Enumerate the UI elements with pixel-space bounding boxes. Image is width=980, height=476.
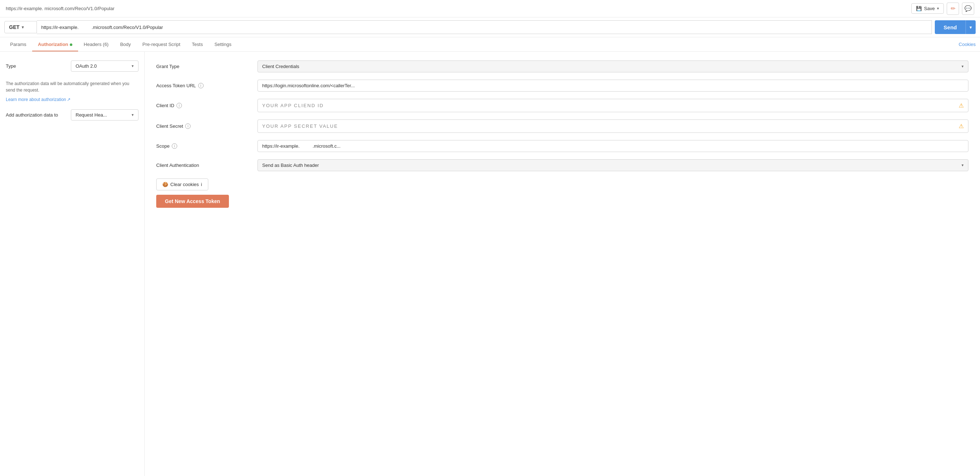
client-auth-row: Client Authentication Send as Basic Auth… <box>156 159 969 171</box>
tabs-bar: Params Authorization Headers (6) Body Pr… <box>0 37 980 52</box>
auth-info-text: The authorization data will be automatic… <box>6 80 138 93</box>
add-auth-chevron-icon: ▾ <box>132 113 134 117</box>
client-secret-row: Client Secret i YOUR APP SECRET VALUE ⚠ <box>156 120 969 133</box>
access-token-url-row: Access Token URL i <box>156 80 969 91</box>
top-bar-url-text: https://ir-example. microsoft.com/Reco/V… <box>6 6 115 11</box>
method-chevron-icon: ▾ <box>22 25 24 30</box>
save-disk-icon: 💾 <box>916 6 922 11</box>
clear-cookies-label: Clear cookies <box>170 182 199 187</box>
send-main-button[interactable]: Send <box>935 20 966 34</box>
action-buttons: 🍪 Clear cookies i <box>156 179 969 190</box>
url-bar: GET ▾ Send ▾ <box>0 18 980 37</box>
right-panel: Grant Type Client Credentials ▾ Access T… <box>145 52 980 476</box>
client-auth-label: Client Authentication <box>156 163 258 168</box>
client-auth-chevron-icon: ▾ <box>962 163 964 168</box>
clear-cookies-icon: 🍪 <box>162 182 168 187</box>
scope-input[interactable] <box>258 140 969 152</box>
top-bar-actions: 💾 Save ▾ ✏ 💬 <box>911 3 974 15</box>
tab-authorization[interactable]: Authorization <box>32 37 78 51</box>
client-id-label: Client ID i <box>156 103 258 108</box>
save-chevron-icon: ▾ <box>937 6 939 11</box>
access-token-url-info-icon[interactable]: i <box>198 83 204 88</box>
tab-params[interactable]: Params <box>4 37 32 51</box>
tab-prerequest[interactable]: Pre-request Script <box>137 37 186 51</box>
tab-settings[interactable]: Settings <box>208 37 237 51</box>
scope-info-icon[interactable]: i <box>172 143 177 149</box>
client-id-warning-icon: ⚠ <box>959 102 964 109</box>
grant-type-row: Grant Type Client Credentials ▾ <box>156 61 969 72</box>
comment-button[interactable]: 💬 <box>962 3 974 15</box>
top-bar: https://ir-example. microsoft.com/Reco/V… <box>0 0 980 18</box>
main-content: Type OAuth 2.0 ▾ The authorization data … <box>0 52 980 476</box>
send-button-group: Send ▾ <box>935 20 976 34</box>
type-chevron-icon: ▾ <box>132 64 134 69</box>
client-secret-control: YOUR APP SECRET VALUE ⚠ <box>258 120 969 133</box>
type-value: OAuth 2.0 <box>76 63 97 69</box>
tab-headers[interactable]: Headers (6) <box>78 37 115 51</box>
send-chevron-icon: ▾ <box>969 25 972 30</box>
method-select[interactable]: GET ▾ <box>4 21 37 33</box>
tab-authorization-label: Authorization <box>38 42 68 47</box>
client-id-field[interactable]: YOUR APP CLIEND ID ⚠ <box>258 99 969 112</box>
clear-cookies-button[interactable]: 🍪 Clear cookies i <box>156 179 208 190</box>
grant-type-control: Client Credentials ▾ <box>258 61 969 72</box>
method-label: GET <box>9 24 19 30</box>
client-id-info-icon[interactable]: i <box>177 103 182 108</box>
client-secret-label: Client Secret i <box>156 123 258 129</box>
top-bar-url: https://ir-example. microsoft.com/Reco/V… <box>6 6 911 11</box>
save-button[interactable]: 💾 Save ▾ <box>911 3 944 14</box>
grant-type-select[interactable]: Client Credentials ▾ <box>258 61 969 72</box>
tab-body[interactable]: Body <box>114 37 137 51</box>
get-new-access-token-button[interactable]: Get New Access Token <box>156 195 229 208</box>
grant-type-chevron-icon: ▾ <box>962 64 964 69</box>
url-input[interactable] <box>37 20 932 34</box>
cookies-link[interactable]: Cookies <box>959 42 976 47</box>
client-secret-warning-icon: ⚠ <box>959 123 964 129</box>
client-auth-control: Send as Basic Auth header ▾ <box>258 159 969 171</box>
comment-icon: 💬 <box>964 5 972 12</box>
client-secret-field[interactable]: YOUR APP SECRET VALUE ⚠ <box>258 120 969 133</box>
learn-more-arrow-icon: ↗ <box>67 97 70 102</box>
add-auth-value: Request Hea... <box>76 112 107 118</box>
client-auth-select[interactable]: Send as Basic Auth header ▾ <box>258 159 969 171</box>
edit-button[interactable]: ✏ <box>947 3 959 15</box>
get-token-container: Get New Access Token <box>156 195 969 208</box>
learn-more-link[interactable]: Learn more about authorization ↗ <box>6 97 70 102</box>
type-label: Type <box>6 63 71 69</box>
scope-row: Scope i <box>156 140 969 152</box>
access-token-url-label: Access Token URL i <box>156 83 258 88</box>
grant-type-value: Client Credentials <box>262 64 299 69</box>
access-token-url-input[interactable] <box>258 80 969 91</box>
learn-more-label: Learn more about authorization <box>6 97 66 102</box>
left-panel: Type OAuth 2.0 ▾ The authorization data … <box>0 52 145 476</box>
access-token-url-control <box>258 80 969 91</box>
client-auth-value: Send as Basic Auth header <box>262 163 319 168</box>
type-select[interactable]: OAuth 2.0 ▾ <box>71 61 138 72</box>
clear-cookies-info-icon[interactable]: i <box>201 182 202 187</box>
add-auth-label: Add authorization data to <box>6 112 71 118</box>
tab-tests[interactable]: Tests <box>186 37 208 51</box>
client-id-control: YOUR APP CLIEND ID ⚠ <box>258 99 969 112</box>
edit-icon: ✏ <box>951 5 955 12</box>
send-dropdown-button[interactable]: ▾ <box>966 20 976 34</box>
grant-type-label: Grant Type <box>156 64 258 69</box>
save-label: Save <box>924 6 935 11</box>
add-auth-select[interactable]: Request Hea... ▾ <box>71 109 138 121</box>
client-secret-info-icon[interactable]: i <box>185 123 191 129</box>
scope-control <box>258 140 969 152</box>
add-auth-row: Add authorization data to Request Hea...… <box>6 109 138 121</box>
type-row: Type OAuth 2.0 ▾ <box>6 61 138 72</box>
client-id-row: Client ID i YOUR APP CLIEND ID ⚠ <box>156 99 969 112</box>
client-secret-value: YOUR APP SECRET VALUE <box>262 123 338 129</box>
authorization-active-dot <box>70 43 72 46</box>
scope-label: Scope i <box>156 143 258 149</box>
client-id-value: YOUR APP CLIEND ID <box>262 103 324 108</box>
